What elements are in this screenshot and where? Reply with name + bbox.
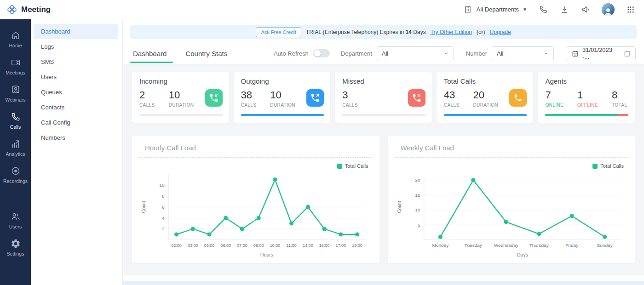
svg-text:16:00: 16:00 bbox=[319, 243, 330, 248]
submenu-item-call-config[interactable]: Call Config bbox=[34, 115, 118, 130]
sidebar-item-webinars[interactable]: Webinars bbox=[0, 80, 31, 107]
meetings-icon bbox=[11, 57, 21, 68]
department-label: Department bbox=[341, 50, 372, 57]
chart-card-weekly-call-load: Weekly Call LoadTotal Calls5101520Monday… bbox=[388, 136, 635, 263]
stat-card-title: Agents bbox=[545, 77, 628, 85]
svg-text:11:00: 11:00 bbox=[287, 243, 297, 248]
svg-text:09:00: 09:00 bbox=[253, 243, 264, 248]
svg-text:2: 2 bbox=[162, 227, 165, 232]
or-text: (or) bbox=[477, 29, 485, 35]
submenu-item-sms[interactable]: SMS bbox=[34, 54, 118, 69]
submenu-item-logs[interactable]: Logs bbox=[34, 39, 118, 54]
dashboard-toolbar: Dashboard Country Stats Auto Refresh Dep… bbox=[123, 43, 644, 64]
legend-swatch bbox=[592, 164, 598, 169]
phone-icon[interactable] bbox=[538, 5, 548, 15]
megaphone-icon[interactable] bbox=[581, 5, 591, 15]
metric-label: CALLS bbox=[139, 103, 155, 108]
svg-text:07:00: 07:00 bbox=[237, 243, 247, 248]
metric-label: TOTAL bbox=[612, 103, 627, 108]
svg-text:05:00: 05:00 bbox=[204, 243, 215, 248]
sidebar-item-home[interactable]: Home bbox=[0, 26, 31, 53]
sidebar-item-label: Recordings bbox=[3, 178, 28, 184]
sidebar-item-label: Webinars bbox=[5, 97, 25, 103]
sidebar-item-calls[interactable]: Calls bbox=[0, 107, 31, 134]
svg-text:8: 8 bbox=[162, 194, 165, 199]
svg-text:06:00: 06:00 bbox=[220, 243, 231, 248]
sidebar-item-label: Analytics bbox=[6, 151, 25, 157]
chart-card-hourly-call-load: Hourly Call LoadTotal Calls24681002:0003… bbox=[132, 136, 380, 263]
avatar[interactable] bbox=[602, 3, 615, 16]
sidebar-item-analytics[interactable]: Analytics bbox=[0, 134, 31, 161]
chart-title: Hourly Call Load bbox=[139, 142, 372, 158]
building-icon bbox=[463, 5, 473, 15]
department-select[interactable]: All bbox=[377, 46, 454, 60]
metric-label: OFFLINE bbox=[577, 103, 598, 108]
metric-value: 7 bbox=[545, 90, 564, 101]
metric-duration: 10DURATION bbox=[169, 90, 194, 108]
stat-progress-bar bbox=[241, 114, 324, 116]
metric-duration: 10DURATION bbox=[270, 90, 295, 108]
svg-text:17:00: 17:00 bbox=[335, 243, 346, 248]
metric-value: 20 bbox=[473, 90, 498, 101]
svg-text:Sunday: Sunday bbox=[597, 243, 612, 248]
missed-call-icon bbox=[408, 89, 426, 107]
webinars-icon bbox=[11, 85, 21, 95]
submenu-item-queues[interactable]: Queues bbox=[34, 85, 118, 100]
metric-online: 7ONLINE bbox=[545, 90, 564, 108]
upgrade-link[interactable]: Upgrade bbox=[490, 29, 511, 35]
svg-text:10: 10 bbox=[159, 182, 165, 188]
svg-text:20: 20 bbox=[415, 178, 420, 183]
submenu-item-contacts[interactable]: Contacts bbox=[34, 100, 118, 115]
chevron-down-icon bbox=[443, 51, 449, 56]
try-other-edition-link[interactable]: Try Other Edition bbox=[431, 29, 472, 35]
progress-segment bbox=[618, 114, 628, 116]
svg-text:03:00: 03:00 bbox=[188, 243, 198, 248]
svg-text:Days: Days bbox=[517, 252, 528, 257]
submenu-item-users[interactable]: Users bbox=[34, 69, 118, 85]
stat-card-title: Outgoing bbox=[241, 77, 324, 85]
svg-text:4: 4 bbox=[162, 216, 165, 221]
sidebar-item-users[interactable]: Users bbox=[0, 207, 31, 234]
legend-swatch bbox=[337, 164, 342, 169]
stat-card-title: Missed bbox=[342, 77, 426, 85]
progress-segment bbox=[241, 114, 324, 116]
line-chart-plot: 24681002:0003:0005:0006:0007:0009:0010:0… bbox=[139, 169, 372, 259]
stat-card-missed: Missed3CALLS bbox=[335, 72, 432, 123]
metric-value: 3 bbox=[342, 90, 358, 101]
sidebar-item-recordings[interactable]: Recordings bbox=[0, 161, 31, 188]
sidebar-item-meetings[interactable]: Meetings bbox=[0, 53, 31, 80]
dashboard-content: Incoming2CALLS10DURATIONOutgoing38CALLS1… bbox=[123, 64, 644, 275]
svg-text:Count: Count bbox=[141, 201, 146, 213]
svg-text:14:00: 14:00 bbox=[303, 243, 313, 248]
date-range-picker[interactable]: 31/01/2023 -... bbox=[567, 46, 636, 60]
number-select[interactable]: All bbox=[492, 46, 554, 60]
submenu-item-numbers[interactable]: Numbers bbox=[34, 130, 118, 145]
primary-nav-main: HomeMeetingsWebinarsCallsAnalyticsRecord… bbox=[0, 26, 31, 188]
svg-text:10:00: 10:00 bbox=[270, 243, 280, 248]
progress-segment bbox=[444, 114, 527, 116]
metric-label: DURATION bbox=[169, 103, 194, 108]
main-area: Ask Free Credit TRIAL (Enterprise Teleph… bbox=[123, 19, 644, 285]
svg-text:Hours: Hours bbox=[260, 252, 273, 257]
recordings-icon bbox=[11, 166, 21, 176]
svg-text:10: 10 bbox=[415, 208, 420, 213]
auto-refresh-toggle[interactable] bbox=[313, 49, 330, 57]
tab-country-stats[interactable]: Country Stats bbox=[184, 44, 228, 63]
download-icon[interactable] bbox=[559, 5, 569, 15]
trial-banner-wrap: Ask Free Credit TRIAL (Enterprise Teleph… bbox=[123, 19, 644, 43]
svg-text:Monday: Monday bbox=[432, 243, 448, 248]
tab-dashboard[interactable]: Dashboard bbox=[132, 44, 167, 63]
apps-grid-icon[interactable] bbox=[626, 5, 636, 15]
trial-text: TRIAL (Enterprise Telephony) Expires in … bbox=[306, 29, 426, 35]
ask-free-credit-button[interactable]: Ask Free Credit bbox=[256, 27, 301, 37]
department-scope-picker[interactable]: All Departments ▼ bbox=[463, 5, 527, 15]
sidebar-item-label: Users bbox=[9, 224, 22, 229]
metric-value: 10 bbox=[169, 90, 194, 101]
sidebar-item-label: Home bbox=[9, 43, 22, 48]
metric-calls: 38CALLS bbox=[241, 90, 257, 108]
line-chart-plot: 5101520MondayTuesdayWednesdayThursdayFri… bbox=[395, 169, 628, 259]
stat-progress-bar bbox=[342, 114, 426, 116]
svg-text:15: 15 bbox=[415, 193, 420, 198]
sidebar-item-settings[interactable]: Settings bbox=[0, 234, 31, 261]
submenu-item-dashboard[interactable]: Dashboard bbox=[34, 24, 118, 39]
